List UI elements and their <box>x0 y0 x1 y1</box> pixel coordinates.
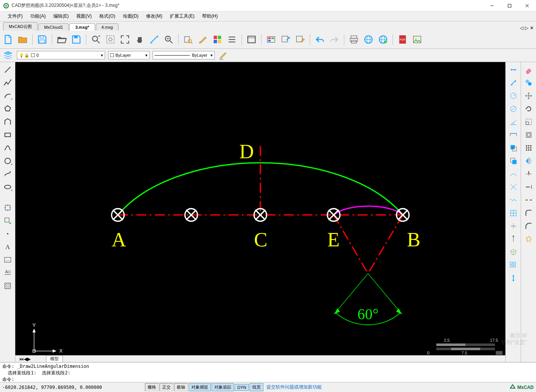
dim-diameter-button[interactable] <box>507 103 520 115</box>
open-file-button[interactable] <box>16 33 29 46</box>
file-tab-4mxg[interactable]: 4.mxg <box>96 23 119 31</box>
menu-ext-tools[interactable]: 扩展工具(E) <box>166 11 198 21</box>
menu-file[interactable]: 文件(F) <box>4 11 26 21</box>
explode-button[interactable] <box>523 233 535 245</box>
insert-block-button[interactable] <box>2 202 14 214</box>
text-tool-button[interactable]: A <box>2 241 14 253</box>
hatch-tool-button[interactable] <box>2 280 14 292</box>
tab-close-button[interactable]: ✕ <box>530 25 534 31</box>
zoom-selection-button[interactable] <box>104 33 117 46</box>
color-palette-button[interactable] <box>211 33 224 46</box>
measure-button[interactable] <box>148 33 161 46</box>
array-grid-button[interactable] <box>523 142 535 154</box>
save-button[interactable] <box>36 33 49 46</box>
minimize-button[interactable] <box>483 0 501 11</box>
command-input[interactable] <box>17 377 247 382</box>
dim-radius-button[interactable] <box>507 90 520 102</box>
curve-dim-button[interactable] <box>507 168 520 180</box>
menu-function[interactable]: 功能(A) <box>26 11 49 21</box>
extend-button[interactable] <box>523 181 535 193</box>
menu-format[interactable]: 格式(O) <box>95 11 119 21</box>
list-button[interactable] <box>225 33 238 46</box>
zoom-window-button[interactable] <box>89 33 102 46</box>
polygon-tool-button[interactable] <box>2 103 14 115</box>
color-select[interactable]: ByLayer ▾ <box>108 51 150 59</box>
highlight-button[interactable] <box>196 33 209 46</box>
break-button[interactable] <box>523 194 535 206</box>
status-ortho-toggle[interactable]: 正交 <box>159 383 173 391</box>
mirror-button[interactable] <box>523 155 535 167</box>
status-otrack-toggle[interactable]: 对象追踪 <box>212 383 234 391</box>
feedback-link[interactable]: 提交软件问题或增加新功能 <box>266 384 322 390</box>
tab-scroll-right[interactable]: ▷ <box>525 25 528 31</box>
circle-tool-button[interactable]: ▾ <box>2 155 14 167</box>
pdf-button[interactable]: PDF <box>396 33 409 46</box>
dim-horizontal-button[interactable] <box>507 129 520 141</box>
leader-button[interactable] <box>507 233 520 245</box>
file-tab-mxcad-cloud[interactable]: MxCAD云图 <box>3 22 38 31</box>
maximize-button[interactable] <box>501 0 518 11</box>
rectangle-tool-button[interactable] <box>2 129 14 141</box>
image-tool-button[interactable] <box>2 254 14 266</box>
cross-dim-button[interactable] <box>507 181 520 193</box>
menu-help[interactable]: 帮助(H) <box>198 11 222 21</box>
redo-button[interactable] <box>328 33 341 46</box>
status-dyn-toggle[interactable]: DYN <box>235 384 249 391</box>
menu-edit[interactable]: 编辑(E) <box>49 11 72 21</box>
send-back-button[interactable] <box>507 155 520 167</box>
menu-view[interactable]: 视图(V) <box>72 11 95 21</box>
file-tab-3mxg[interactable]: 3.mxg* <box>69 23 95 31</box>
move-button[interactable] <box>523 90 535 102</box>
status-polar-toggle[interactable]: 极轴 <box>174 383 188 391</box>
status-lwt-toggle[interactable]: 线宽 <box>250 383 263 391</box>
sine-dim-button[interactable] <box>507 194 520 206</box>
image-button[interactable] <box>411 33 424 46</box>
web2-button[interactable] <box>377 33 390 46</box>
zoom-realtime-button[interactable] <box>162 33 175 46</box>
3d-box-button[interactable] <box>507 246 520 258</box>
dim-angular-button[interactable] <box>507 116 520 128</box>
trim-button[interactable] <box>523 168 535 180</box>
drawing-canvas[interactable]: 60° A C E B D <box>15 62 505 355</box>
point-tool-button[interactable] <box>2 228 14 240</box>
bring-front-button[interactable] <box>507 142 520 154</box>
mtext-tool-button[interactable]: A <box>2 267 14 279</box>
layer-select[interactable]: 💡 🔒 0 ▾ <box>17 51 105 59</box>
pentagon-tool-button[interactable] <box>2 116 14 128</box>
print-button[interactable] <box>347 33 360 46</box>
open-folder-button[interactable] <box>55 33 68 46</box>
arc-tool-button[interactable]: ▾ <box>2 90 14 102</box>
chamfer-button[interactable] <box>523 220 535 232</box>
scroll-first-icon[interactable]: ⏮ <box>19 356 24 362</box>
model-space-tab[interactable]: 模型 <box>46 355 63 362</box>
line-tool-button[interactable] <box>2 64 14 76</box>
offset-button[interactable] <box>523 129 535 141</box>
new-file-button[interactable] <box>2 33 15 46</box>
layer-manager-button[interactable] <box>2 50 14 60</box>
edit-pen-button[interactable] <box>218 50 229 60</box>
curve-tool-button[interactable] <box>2 168 14 180</box>
close-button[interactable] <box>518 0 536 11</box>
scroll-prev-icon[interactable]: ◀ <box>24 356 27 362</box>
dim-aligned-button[interactable] <box>507 77 520 89</box>
scroll-next-icon[interactable]: ▶ <box>27 356 31 362</box>
centerline-button[interactable] <box>507 220 520 232</box>
ellipse-tool-button[interactable]: ▾ <box>2 181 14 193</box>
dim-linear-button[interactable] <box>507 64 520 76</box>
screen-capture-button[interactable] <box>265 33 278 46</box>
web-button[interactable] <box>362 33 375 46</box>
window-button[interactable] <box>245 33 258 46</box>
copy-button[interactable] <box>523 77 535 89</box>
pan-button[interactable] <box>133 33 146 46</box>
save-as-button[interactable] <box>70 33 83 46</box>
array-button[interactable] <box>507 259 520 271</box>
linetype-select[interactable]: ByLayer ▾ <box>153 51 215 59</box>
spline-tool-button[interactable] <box>2 142 14 154</box>
menu-modify[interactable]: 修改(M) <box>142 11 166 21</box>
block-add-button[interactable] <box>2 215 14 227</box>
erase-button[interactable] <box>523 64 535 76</box>
scale-button[interactable] <box>523 116 535 128</box>
dim-vertical-button[interactable] <box>507 272 520 284</box>
command-window[interactable]: 命令: _Draw2LineAngularDimension 选择直线段1: 选… <box>0 362 536 382</box>
rotate-button[interactable] <box>523 103 535 115</box>
